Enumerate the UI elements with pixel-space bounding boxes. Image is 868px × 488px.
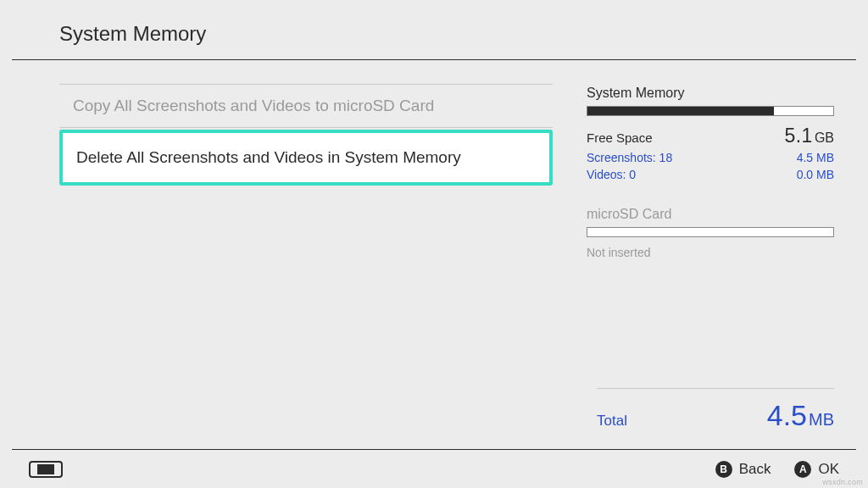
option-delete-all[interactable]: Delete All Screenshots and Videos in Sys… <box>59 130 553 186</box>
free-space-label: Free Space <box>587 130 653 145</box>
videos-label: Videos: 0 <box>587 168 636 181</box>
page-title: System Memory <box>59 22 856 46</box>
totals-value-wrap: 4.5MB <box>767 399 834 432</box>
totals-value: 4.5 <box>767 399 807 431</box>
svg-rect-1 <box>37 464 54 474</box>
page-header: System Memory <box>12 0 856 60</box>
totals-unit: MB <box>809 410 834 429</box>
free-space-row: Free Space 5.1GB <box>587 125 834 147</box>
sd-card-status: Not inserted <box>587 246 834 259</box>
ok-label: OK <box>818 461 839 478</box>
free-space-value: 5.1GB <box>784 125 834 147</box>
ok-button[interactable]: A OK <box>794 461 839 478</box>
totals-label: Total <box>597 413 627 430</box>
sd-card-bar <box>587 227 834 237</box>
sd-card-title: microSD Card <box>587 207 834 222</box>
b-button-icon: B <box>715 461 732 478</box>
system-memory-bar <box>587 106 834 116</box>
watermark: wsxdn.com <box>822 478 863 486</box>
footer-actions: B Back A OK <box>715 461 839 478</box>
option-copy-to-sd[interactable]: Copy All Screenshots and Videos to micro… <box>59 85 553 128</box>
videos-row[interactable]: Videos: 0 0.0 MB <box>587 168 834 181</box>
videos-size: 0.0 MB <box>797 168 834 181</box>
back-button[interactable]: B Back <box>715 461 771 478</box>
totals-row: Total 4.5MB <box>597 388 834 432</box>
main-content: Copy All Screenshots and Videos to micro… <box>0 60 868 259</box>
footer-bar: B Back A OK <box>12 449 856 488</box>
screenshots-label: Screenshots: 18 <box>587 151 672 164</box>
screenshots-row[interactable]: Screenshots: 18 4.5 MB <box>587 151 834 164</box>
sd-card-section: microSD Card Not inserted <box>587 207 834 259</box>
options-column: Copy All Screenshots and Videos to micro… <box>12 60 553 259</box>
system-memory-title: System Memory <box>587 86 834 101</box>
system-memory-section: System Memory Free Space 5.1GB Screensho… <box>587 86 834 181</box>
storage-column: System Memory Free Space 5.1GB Screensho… <box>553 60 856 259</box>
a-button-icon: A <box>794 461 811 478</box>
screenshots-size: 4.5 MB <box>797 151 834 164</box>
system-memory-bar-fill <box>587 107 774 115</box>
controller-icon[interactable] <box>29 461 63 478</box>
back-label: Back <box>739 461 771 478</box>
